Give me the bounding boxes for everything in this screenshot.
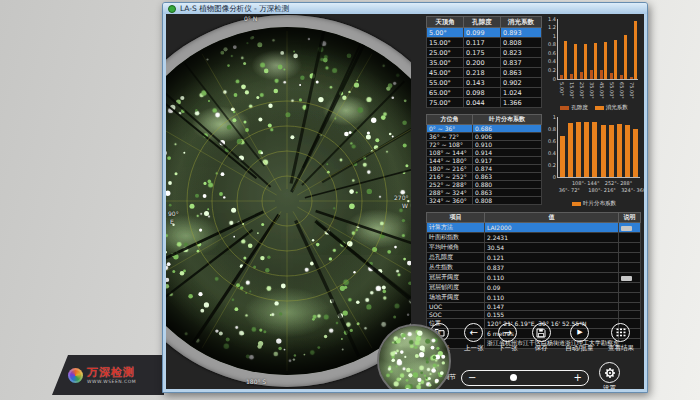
bar xyxy=(617,124,622,177)
x-axis-label: 180°- 216° xyxy=(587,187,617,193)
table-row[interactable]: 25.00°0.1750.823 xyxy=(427,48,542,58)
next-image-button[interactable]: → 下一张 xyxy=(498,323,518,353)
desktop: { "window": { "title": "LA-S 植物图像分析仪 - 万… xyxy=(0,0,700,400)
bar xyxy=(610,73,613,79)
segmentation-slider[interactable]: − + xyxy=(461,370,589,386)
x-axis-label: 35.00° xyxy=(589,82,595,99)
table-row[interactable]: 5.00°0.0990.893 xyxy=(427,28,542,38)
gear-icon xyxy=(604,367,616,379)
porosity-extinction-chart: 00.20.40.60.811.21.45.00°15.00°25.00°35.… xyxy=(544,16,644,114)
compass-east-label: E xyxy=(170,218,174,225)
bar-group xyxy=(600,42,607,79)
bar-group xyxy=(617,124,622,177)
table-row[interactable]: 叶面积指数2.2431 xyxy=(427,233,641,243)
table-row[interactable]: 288° ~ 324°0.863 xyxy=(427,189,542,197)
bar xyxy=(580,72,583,80)
x-axis-label: 252°- 288° xyxy=(604,180,634,186)
column-header: 方位角 xyxy=(427,115,473,125)
table-row[interactable]: 72° ~ 108°0.910 xyxy=(427,141,542,149)
canopy-image-panel: 0° N 180° S 90° E 270° W xyxy=(166,14,411,389)
app-window: LA-S 植物图像分析仪 - 万深检测 0° N xyxy=(162,2,648,393)
slider-plus-button[interactable]: + xyxy=(574,371,582,385)
vendor-logo-text: 万深检测 xyxy=(87,367,136,379)
slider-knob[interactable] xyxy=(510,374,517,381)
bar xyxy=(630,77,633,79)
title-bar[interactable]: LA-S 植物图像分析仪 - 万深检测 xyxy=(163,3,647,14)
y-axis-tick: 1 xyxy=(544,115,556,120)
window-title: LA-S 植物图像分析仪 - 万深检测 xyxy=(180,4,289,14)
table-row[interactable]: 108° ~ 144°0.914 xyxy=(427,149,542,157)
table-row[interactable]: 15.00°0.1170.808 xyxy=(427,38,542,48)
x-axis-label: 324°- 360° xyxy=(620,187,644,193)
table-row[interactable]: 45.00°0.2180.863 xyxy=(427,68,542,78)
auto-batch-button[interactable]: ▶ 自动/批量 xyxy=(565,323,593,353)
toolbar-buttons-row: 文件夹 ← 上一张 → 下一张 保存 ▶ 自动/批量 xyxy=(416,309,640,353)
bar xyxy=(634,21,637,80)
fisheye-ring xyxy=(166,15,411,387)
column-header: 孔隙度 xyxy=(464,17,501,28)
column-header: 叶片分布系数 xyxy=(473,115,542,125)
table-row[interactable]: 65.00°0.0981.024 xyxy=(427,88,542,98)
x-axis-label: 36°- 72° xyxy=(554,187,584,193)
table-row[interactable]: 180° ~ 216°0.874 xyxy=(427,165,542,173)
slider-minus-button[interactable]: − xyxy=(468,371,476,385)
vendor-logo: 万深检测 WWW.WSEEN.COM xyxy=(52,355,164,395)
bar-group xyxy=(584,122,589,177)
zenith-angle-table: 天顶角孔隙度消光系数5.00°0.0990.89315.00°0.1170.80… xyxy=(426,16,541,108)
table-row[interactable]: 平均叶倾角30.54 xyxy=(427,243,641,253)
table-row[interactable]: 216° ~ 252°0.863 xyxy=(427,173,542,181)
table-row[interactable]: 冠层郁闭度0.09 xyxy=(427,283,641,293)
y-axis-tick: 0.2 xyxy=(544,163,556,168)
note-button[interactable] xyxy=(621,276,632,281)
y-axis-tick: 0.4 xyxy=(544,151,556,156)
bar xyxy=(624,35,627,79)
bar xyxy=(590,70,593,79)
bar xyxy=(633,129,638,178)
table-row[interactable]: 55.00°0.1430.902 xyxy=(427,78,542,88)
bar-group xyxy=(609,125,614,177)
column-header: 消光系数 xyxy=(501,17,542,28)
save-button[interactable]: 保存 xyxy=(532,323,551,353)
bar xyxy=(570,74,573,79)
x-axis-label: 55.00° xyxy=(609,82,615,99)
fisheye-canopy-image[interactable] xyxy=(166,27,411,375)
column-header: 值 xyxy=(485,213,619,223)
bar-group xyxy=(570,44,577,79)
table-row[interactable]: 丛生指数0.837 xyxy=(427,263,641,273)
thumbnail-preview[interactable] xyxy=(377,324,451,389)
legend-swatch xyxy=(560,106,569,110)
table-row[interactable]: 75.00°0.0441.366 xyxy=(427,98,542,108)
bar-group xyxy=(601,125,606,177)
table-row[interactable]: 324° ~ 360°0.808 xyxy=(427,197,542,205)
legend-swatch xyxy=(572,202,581,206)
table-row[interactable]: 总孔隙度0.121 xyxy=(427,253,641,263)
bar-group xyxy=(568,123,573,177)
table-row[interactable]: 冠层开阔度0.110 xyxy=(427,273,641,283)
bar-group xyxy=(560,136,565,177)
bar xyxy=(620,75,623,79)
table-row[interactable]: 计算方法LAI2000 xyxy=(427,223,641,233)
bar xyxy=(625,125,630,177)
table-row[interactable]: 场地开阔度0.110 xyxy=(427,293,641,303)
x-axis-label: 75.00° xyxy=(629,82,635,99)
compass-west-label: W xyxy=(402,202,408,209)
toolbar: 文件夹 ← 上一张 → 下一张 保存 ▶ 自动/批量 xyxy=(416,309,640,389)
view-results-button[interactable]: 查看结果 xyxy=(608,323,634,353)
note-button[interactable] xyxy=(621,226,632,231)
vendor-logo-subtext: WWW.WSEEN.COM xyxy=(87,379,136,384)
previous-image-button[interactable]: ← 上一张 xyxy=(464,323,484,353)
window-content: 0° N 180° S 90° E 270° W 天顶角孔隙度消光系数5.00°… xyxy=(166,14,644,389)
table-row[interactable]: 0° ~ 36°0.686 xyxy=(427,125,542,133)
bar xyxy=(592,122,597,177)
table-row[interactable]: 144° ~ 180°0.917 xyxy=(427,157,542,165)
x-axis-label: 25.00° xyxy=(579,82,585,99)
table-row[interactable]: 252° ~ 288°0.880 xyxy=(427,181,542,189)
settings-button[interactable]: 设置 xyxy=(599,362,620,389)
arrow-right-icon: → xyxy=(503,328,511,338)
bar xyxy=(560,75,563,79)
y-axis-tick: 0 xyxy=(544,77,556,82)
y-axis-tick: 0 xyxy=(544,175,556,180)
table-row[interactable]: 35.00°0.2000.837 xyxy=(427,58,542,68)
table-row[interactable]: 36° ~ 72°0.906 xyxy=(427,133,542,141)
x-axis-label: 15.00° xyxy=(569,82,575,99)
